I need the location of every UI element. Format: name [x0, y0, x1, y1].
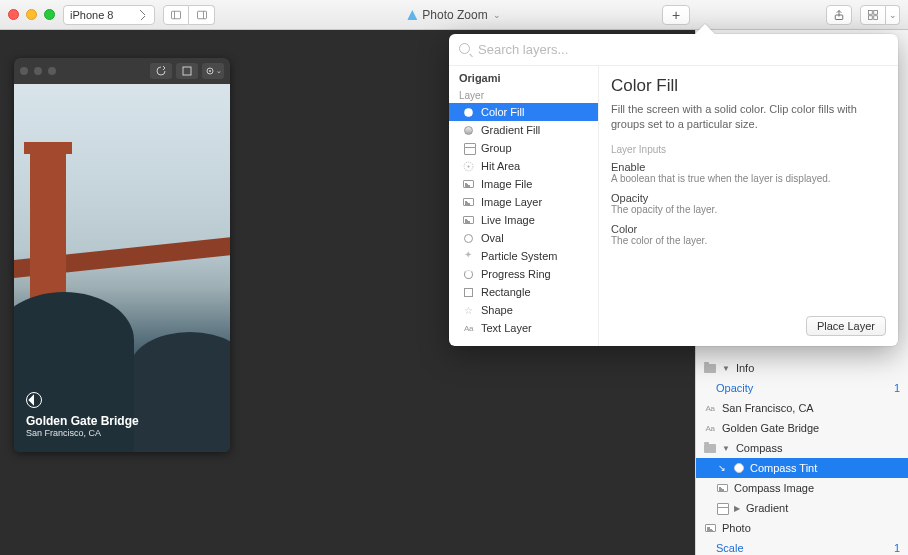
list-item-image-layer[interactable]: Image Layer	[449, 193, 598, 211]
outline-label: Compass Tint	[750, 462, 817, 474]
outline-row-gradient[interactable]: ▶ Gradient	[696, 498, 908, 518]
group-icon	[464, 143, 474, 153]
preview-settings-button[interactable]: ⌄	[202, 63, 224, 79]
list-item-particle-system[interactable]: Particle System	[449, 247, 598, 265]
outline-row-info[interactable]: ▼ Info	[696, 358, 908, 378]
item-label: Live Image	[481, 214, 535, 226]
outline-row-compass[interactable]: ▼ Compass	[696, 438, 908, 458]
input-desc: The color of the layer.	[611, 235, 886, 246]
view-mode-menu[interactable]: ⌄	[886, 5, 900, 25]
list-item-hit-area[interactable]: Hit Area	[449, 157, 598, 175]
list-item-live-image[interactable]: Live Image	[449, 211, 598, 229]
disclosure-triangle[interactable]: ▼	[722, 364, 730, 373]
item-label: Shape	[481, 304, 513, 316]
outline-row-compass-image[interactable]: Compass Image	[696, 478, 908, 498]
list-group-header: Origami	[449, 66, 598, 86]
item-label: Gradient Fill	[481, 124, 540, 136]
outline-label: Compass Image	[734, 482, 814, 494]
rectangle-icon	[464, 288, 473, 297]
svg-rect-9	[874, 15, 878, 19]
search-icon	[459, 43, 472, 56]
fullscreen-preview-button[interactable]	[176, 63, 198, 79]
zoom-window[interactable]	[44, 9, 55, 20]
particle-icon	[464, 251, 474, 261]
item-label: Oval	[481, 232, 504, 244]
list-item-text-layer[interactable]: AaText Layer	[449, 319, 598, 337]
chevron-down-icon: ⌄	[493, 10, 501, 20]
place-layer-button[interactable]: Place Layer	[806, 316, 886, 336]
right-sidebar-toggle[interactable]	[189, 5, 215, 25]
list-item-rectangle[interactable]: Rectangle	[449, 283, 598, 301]
detail-description: Fill the screen with a solid color. Clip…	[611, 102, 886, 132]
layer-library-popover: Origami Layer Color Fill Gradient Fill G…	[449, 34, 898, 346]
item-label: Hit Area	[481, 160, 520, 172]
text-layer-icon: Aa	[463, 323, 474, 334]
place-layer-label: Place Layer	[817, 320, 875, 332]
list-sub-header: Layer	[449, 86, 598, 103]
oval-icon	[464, 234, 473, 243]
svg-marker-4	[407, 10, 417, 20]
svg-rect-6	[869, 10, 873, 14]
search-input[interactable]	[478, 42, 888, 57]
gradient-fill-icon	[464, 126, 473, 135]
live-image-icon	[463, 216, 474, 224]
outline-row-scale[interactable]: Scale 1	[696, 538, 908, 555]
outline-row-opacity[interactable]: Opacity 1	[696, 378, 908, 398]
svg-rect-10	[183, 67, 191, 75]
detail-input-opacity: Opacity The opacity of the layer.	[611, 192, 886, 215]
outline-row-photo[interactable]: Photo	[696, 518, 908, 538]
disclosure-triangle[interactable]: ▼	[722, 444, 730, 453]
svg-point-12	[209, 70, 211, 72]
outline-label: Photo	[722, 522, 751, 534]
detail-input-enable: Enable A boolean that is true when the l…	[611, 161, 886, 184]
outline-label: Info	[736, 362, 754, 374]
svg-point-13	[467, 165, 469, 167]
disclosure-triangle[interactable]: ▶	[734, 504, 740, 513]
preview-subtitle: San Francisco, CA	[26, 428, 139, 438]
gradient-icon	[717, 503, 727, 513]
detail-title: Color Fill	[611, 76, 886, 96]
image-layer-icon	[463, 198, 474, 206]
share-button[interactable]	[826, 5, 852, 25]
preview-dot	[48, 67, 56, 75]
close-window[interactable]	[8, 9, 19, 20]
item-label: Color Fill	[481, 106, 524, 118]
outline-label: Compass	[736, 442, 782, 454]
device-selector[interactable]: iPhone 8	[63, 5, 155, 25]
layer-type-list: Origami Layer Color Fill Gradient Fill G…	[449, 66, 599, 346]
progress-ring-icon	[464, 270, 473, 279]
shape-icon: ☆	[463, 305, 474, 316]
list-item-group[interactable]: Group	[449, 139, 598, 157]
restart-preview-button[interactable]	[150, 63, 172, 79]
minimize-window[interactable]	[26, 9, 37, 20]
svg-rect-2	[197, 11, 206, 19]
outline-row-text[interactable]: Aa San Francisco, CA	[696, 398, 908, 418]
document-title[interactable]: Photo Zoom ⌄	[407, 8, 500, 22]
outline-row-compass-tint[interactable]: ↘ Compass Tint	[696, 458, 908, 478]
item-label: Image Layer	[481, 196, 542, 208]
item-label: Particle System	[481, 250, 557, 262]
add-layer-button[interactable]	[662, 5, 690, 25]
input-name: Enable	[611, 161, 886, 173]
list-item-color-fill[interactable]: Color Fill	[449, 103, 598, 121]
input-name: Opacity	[611, 192, 886, 204]
svg-rect-0	[172, 11, 181, 19]
outline-label: Opacity	[716, 382, 753, 394]
window-controls	[8, 9, 55, 20]
view-mode-button[interactable]	[860, 5, 886, 25]
search-row	[449, 34, 898, 66]
left-sidebar-toggle[interactable]	[163, 5, 189, 25]
outline-row-text[interactable]: Aa Golden Gate Bridge	[696, 418, 908, 438]
input-name: Color	[611, 223, 886, 235]
list-item-progress-ring[interactable]: Progress Ring	[449, 265, 598, 283]
item-label: Image File	[481, 178, 532, 190]
toolbar: iPhone 8 Photo Zoom ⌄ ⌄	[0, 0, 908, 30]
hit-area-icon	[463, 161, 474, 172]
list-item-oval[interactable]: Oval	[449, 229, 598, 247]
document-title-label: Photo Zoom	[422, 8, 487, 22]
list-item-shape[interactable]: ☆Shape	[449, 301, 598, 319]
image-layer-icon	[717, 484, 728, 492]
origami-icon	[407, 10, 417, 20]
list-item-image-file[interactable]: Image File	[449, 175, 598, 193]
list-item-gradient-fill[interactable]: Gradient Fill	[449, 121, 598, 139]
